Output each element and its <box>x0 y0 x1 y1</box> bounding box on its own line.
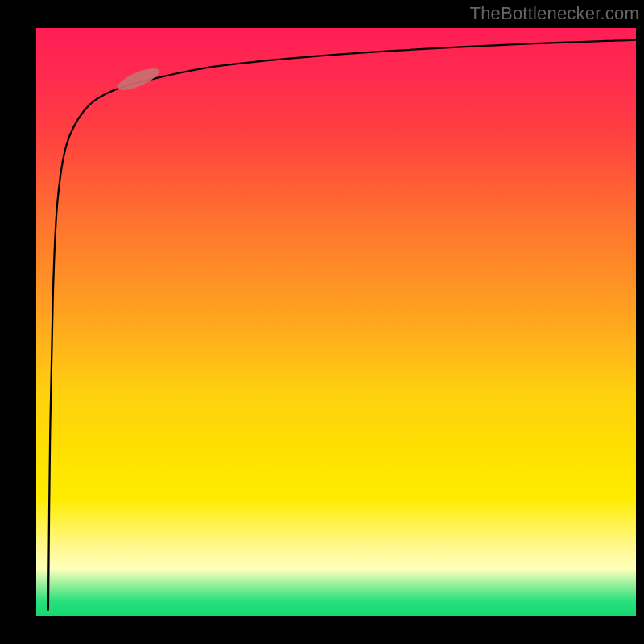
chart-plot-area <box>36 28 636 616</box>
bottleneck-curve <box>48 40 636 610</box>
chart-svg <box>36 28 636 616</box>
watermark-text: TheBottlenecker.com <box>470 3 639 24</box>
